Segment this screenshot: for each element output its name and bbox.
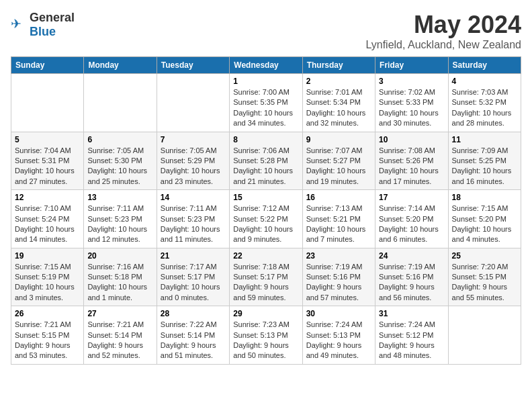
day-number: 11 bbox=[452, 135, 517, 144]
day-info: Sunrise: 7:06 AMSunset: 5:28 PMDaylight:… bbox=[233, 146, 298, 187]
day-number: 31 bbox=[379, 309, 444, 318]
day-cell: 25Sunrise: 7:20 AMSunset: 5:15 PMDayligh… bbox=[448, 248, 521, 306]
day-info: Sunrise: 7:19 AMSunset: 5:16 PMDaylight:… bbox=[379, 262, 444, 304]
header-day: Thursday bbox=[302, 57, 375, 74]
day-cell: 19Sunrise: 7:15 AMSunset: 5:19 PMDayligh… bbox=[11, 248, 84, 306]
day-number: 12 bbox=[15, 193, 80, 202]
header-row: SundayMondayTuesdayWednesdayThursdayFrid… bbox=[11, 57, 521, 74]
day-number: 25 bbox=[452, 251, 517, 261]
day-info: Sunrise: 7:19 AMSunset: 5:16 PMDaylight:… bbox=[306, 262, 371, 304]
page-header: ✈ General Blue May 2024 Lynfield, Auckla… bbox=[11, 11, 521, 51]
day-number: 29 bbox=[233, 309, 298, 318]
day-cell bbox=[448, 306, 521, 365]
day-cell: 26Sunrise: 7:21 AMSunset: 5:15 PMDayligh… bbox=[11, 306, 84, 365]
day-info: Sunrise: 7:23 AMSunset: 5:13 PMDaylight:… bbox=[233, 320, 298, 361]
day-cell: 28Sunrise: 7:22 AMSunset: 5:14 PMDayligh… bbox=[157, 306, 229, 365]
day-info: Sunrise: 7:24 AMSunset: 5:13 PMDaylight:… bbox=[306, 320, 371, 361]
day-number: 14 bbox=[161, 193, 226, 202]
logo: ✈ General Blue bbox=[11, 11, 75, 39]
day-number: 26 bbox=[15, 309, 80, 318]
day-number: 13 bbox=[87, 193, 152, 202]
day-cell: 8Sunrise: 7:06 AMSunset: 5:28 PMDaylight… bbox=[230, 132, 302, 190]
day-info: Sunrise: 7:07 AMSunset: 5:27 PMDaylight:… bbox=[306, 146, 371, 187]
day-cell: 11Sunrise: 7:09 AMSunset: 5:25 PMDayligh… bbox=[448, 132, 521, 190]
day-info: Sunrise: 7:16 AMSunset: 5:18 PMDaylight:… bbox=[87, 262, 152, 304]
header-day: Sunday bbox=[11, 57, 84, 74]
day-info: Sunrise: 7:01 AMSunset: 5:34 PMDaylight:… bbox=[306, 87, 371, 129]
day-cell: 6Sunrise: 7:05 AMSunset: 5:30 PMDaylight… bbox=[84, 132, 157, 190]
day-info: Sunrise: 7:02 AMSunset: 5:33 PMDaylight:… bbox=[379, 87, 444, 129]
day-number: 22 bbox=[233, 251, 298, 261]
day-number: 21 bbox=[161, 251, 226, 261]
day-info: Sunrise: 7:05 AMSunset: 5:29 PMDaylight:… bbox=[161, 146, 226, 187]
day-number: 8 bbox=[233, 135, 298, 144]
header-day: Tuesday bbox=[157, 57, 229, 74]
calendar-table: SundayMondayTuesdayWednesdayThursdayFrid… bbox=[11, 56, 521, 365]
day-cell: 4Sunrise: 7:03 AMSunset: 5:32 PMDaylight… bbox=[448, 74, 521, 132]
day-cell: 20Sunrise: 7:16 AMSunset: 5:18 PMDayligh… bbox=[84, 248, 157, 306]
day-info: Sunrise: 7:03 AMSunset: 5:32 PMDaylight:… bbox=[452, 87, 517, 129]
day-info: Sunrise: 7:21 AMSunset: 5:14 PMDaylight:… bbox=[87, 320, 152, 361]
day-info: Sunrise: 7:21 AMSunset: 5:15 PMDaylight:… bbox=[15, 320, 80, 361]
day-number: 16 bbox=[306, 193, 371, 202]
day-info: Sunrise: 7:24 AMSunset: 5:12 PMDaylight:… bbox=[379, 320, 444, 361]
day-info: Sunrise: 7:05 AMSunset: 5:30 PMDaylight:… bbox=[87, 146, 152, 187]
day-info: Sunrise: 7:15 AMSunset: 5:19 PMDaylight:… bbox=[15, 262, 80, 304]
week-row: 1Sunrise: 7:00 AMSunset: 5:35 PMDaylight… bbox=[11, 74, 521, 132]
day-cell: 27Sunrise: 7:21 AMSunset: 5:14 PMDayligh… bbox=[84, 306, 157, 365]
day-cell bbox=[157, 74, 229, 132]
day-cell: 14Sunrise: 7:11 AMSunset: 5:23 PMDayligh… bbox=[157, 190, 229, 248]
day-cell: 21Sunrise: 7:17 AMSunset: 5:17 PMDayligh… bbox=[157, 248, 229, 306]
day-cell: 5Sunrise: 7:04 AMSunset: 5:31 PMDaylight… bbox=[11, 132, 84, 190]
day-cell: 22Sunrise: 7:18 AMSunset: 5:17 PMDayligh… bbox=[230, 248, 302, 306]
day-info: Sunrise: 7:13 AMSunset: 5:21 PMDaylight:… bbox=[306, 203, 371, 245]
title-area: May 2024 Lynfield, Auckland, New Zealand bbox=[365, 11, 521, 51]
day-cell: 13Sunrise: 7:11 AMSunset: 5:23 PMDayligh… bbox=[84, 190, 157, 248]
day-number: 1 bbox=[233, 77, 298, 86]
day-number: 7 bbox=[161, 135, 226, 144]
svg-text:✈: ✈ bbox=[11, 17, 21, 31]
day-number: 28 bbox=[161, 309, 226, 318]
day-cell: 10Sunrise: 7:08 AMSunset: 5:26 PMDayligh… bbox=[375, 132, 448, 190]
location-title: Lynfield, Auckland, New Zealand bbox=[365, 39, 521, 51]
day-cell: 2Sunrise: 7:01 AMSunset: 5:34 PMDaylight… bbox=[302, 74, 375, 132]
day-number: 23 bbox=[306, 251, 371, 261]
day-cell: 1Sunrise: 7:00 AMSunset: 5:35 PMDaylight… bbox=[230, 74, 302, 132]
day-number: 10 bbox=[379, 135, 444, 144]
day-info: Sunrise: 7:11 AMSunset: 5:23 PMDaylight:… bbox=[87, 203, 152, 245]
logo-blue: Blue bbox=[30, 25, 56, 38]
day-number: 18 bbox=[452, 193, 517, 202]
day-cell: 29Sunrise: 7:23 AMSunset: 5:13 PMDayligh… bbox=[230, 306, 302, 365]
day-number: 3 bbox=[379, 77, 444, 86]
day-info: Sunrise: 7:22 AMSunset: 5:14 PMDaylight:… bbox=[161, 320, 226, 361]
day-info: Sunrise: 7:04 AMSunset: 5:31 PMDaylight:… bbox=[15, 146, 80, 187]
header-day: Friday bbox=[375, 57, 448, 74]
day-cell: 23Sunrise: 7:19 AMSunset: 5:16 PMDayligh… bbox=[302, 248, 375, 306]
day-cell: 18Sunrise: 7:15 AMSunset: 5:20 PMDayligh… bbox=[448, 190, 521, 248]
day-cell: 15Sunrise: 7:12 AMSunset: 5:22 PMDayligh… bbox=[230, 190, 302, 248]
day-cell: 31Sunrise: 7:24 AMSunset: 5:12 PMDayligh… bbox=[375, 306, 448, 365]
header-day: Monday bbox=[84, 57, 157, 74]
week-row: 12Sunrise: 7:10 AMSunset: 5:24 PMDayligh… bbox=[11, 190, 521, 248]
header-day: Saturday bbox=[448, 57, 521, 74]
day-info: Sunrise: 7:09 AMSunset: 5:25 PMDaylight:… bbox=[452, 146, 517, 187]
day-number: 4 bbox=[452, 77, 517, 86]
day-number: 15 bbox=[233, 193, 298, 202]
day-number: 30 bbox=[306, 309, 371, 318]
day-info: Sunrise: 7:12 AMSunset: 5:22 PMDaylight:… bbox=[233, 203, 298, 245]
day-info: Sunrise: 7:15 AMSunset: 5:20 PMDaylight:… bbox=[452, 203, 517, 245]
calendar-header: SundayMondayTuesdayWednesdayThursdayFrid… bbox=[11, 57, 521, 74]
day-cell: 9Sunrise: 7:07 AMSunset: 5:27 PMDaylight… bbox=[302, 132, 375, 190]
day-info: Sunrise: 7:17 AMSunset: 5:17 PMDaylight:… bbox=[161, 262, 226, 304]
day-cell: 16Sunrise: 7:13 AMSunset: 5:21 PMDayligh… bbox=[302, 190, 375, 248]
day-cell: 24Sunrise: 7:19 AMSunset: 5:16 PMDayligh… bbox=[375, 248, 448, 306]
day-info: Sunrise: 7:10 AMSunset: 5:24 PMDaylight:… bbox=[15, 203, 80, 245]
day-number: 19 bbox=[15, 251, 80, 261]
day-number: 5 bbox=[15, 135, 80, 144]
day-cell: 30Sunrise: 7:24 AMSunset: 5:13 PMDayligh… bbox=[302, 306, 375, 365]
logo-general: General bbox=[30, 11, 75, 24]
day-info: Sunrise: 7:20 AMSunset: 5:15 PMDaylight:… bbox=[452, 262, 517, 304]
calendar-body: 1Sunrise: 7:00 AMSunset: 5:35 PMDaylight… bbox=[11, 74, 521, 365]
logo-icon: ✈ bbox=[11, 17, 27, 33]
day-info: Sunrise: 7:11 AMSunset: 5:23 PMDaylight:… bbox=[161, 203, 226, 245]
